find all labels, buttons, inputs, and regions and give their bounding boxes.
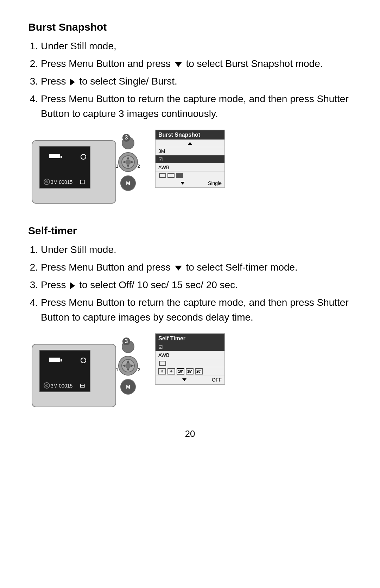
st-battery-nub <box>61 359 62 361</box>
selftimer-camera-illus: ⊗ 3M 00015 🎞 3 <box>28 333 141 414</box>
arrow-right-icon <box>70 79 75 86</box>
st-step-3: Press to select Off/ 10 sec/ 15 sec/ 20 … <box>41 278 352 292</box>
st-nav-button <box>118 356 138 376</box>
timer-icons: ⊗ ⊗ 10' 15' 20' <box>158 368 203 375</box>
st-menu-down-arrow <box>182 378 186 381</box>
st-camera-film-icon: 🎞 <box>80 383 85 389</box>
st-m-button: M <box>120 379 136 395</box>
burst-snapshot-section: Burst Snapshot Under Still mode, Press M… <box>28 21 352 211</box>
st-camera-mode-icon <box>81 358 86 363</box>
selftimer-camera-diagram: ⊗ 3M 00015 🎞 3 <box>28 333 141 414</box>
st-btn-label-2: 2 <box>138 367 140 372</box>
st-menu-row-check: ☑ <box>156 343 224 351</box>
st-menu-row-timers: ⊗ ⊗ 10' 15' 20' <box>156 367 224 376</box>
st-battery-icon <box>49 358 62 362</box>
burst-menu-row-rects <box>156 172 224 179</box>
st-camera-x-icon: ⊗ <box>44 382 50 389</box>
burst-snapshot-title: Burst Snapshot <box>28 21 352 33</box>
battery-nub <box>61 156 62 158</box>
st-arrow-down-icon <box>175 266 182 271</box>
st-rect1 <box>159 361 166 366</box>
timer-off-box: ⊗ <box>158 368 166 375</box>
st-menu-row-off: OFF <box>156 376 224 384</box>
menu-down-arrow <box>180 182 185 185</box>
st-step-1: Under Still mode. <box>41 242 352 257</box>
step-4: Press Menu Button to return the capture … <box>41 92 352 121</box>
burst-camera-illus: ⊗ 3M 00015 🎞 3 <box>28 130 141 211</box>
st-menu-row-rect <box>156 359 224 367</box>
st-camera-counter: 3M 00015 <box>51 383 72 389</box>
svg-point-5 <box>125 159 131 165</box>
selftimer-menu-panel: Self Timer ☑ AWB ⊗ ⊗ 10' 15' 20' <box>155 333 225 385</box>
st-camera-buttons: 3 1 2 M <box>114 340 141 407</box>
self-timer-title: Self-timer <box>28 225 352 237</box>
battery-body <box>49 154 60 158</box>
st-arrow-right-icon <box>70 282 75 289</box>
camera-x-icon: ⊗ <box>44 179 50 185</box>
camera-mode-icon <box>81 154 86 160</box>
camera-counter: 3M 00015 <box>51 179 72 185</box>
burst-menu-row-check: ☑ <box>156 155 224 163</box>
selftimer-illustration-row: ⊗ 3M 00015 🎞 3 <box>28 333 352 414</box>
st-step-2: Press Menu Button and press to select Se… <box>41 260 352 275</box>
step-3: Press to select Single/ Burst. <box>41 74 352 89</box>
st-btn-label-1: 1 <box>116 367 118 372</box>
burst-menu-panel: Burst Snapshot 3M ☑ AWB Single <box>155 130 225 188</box>
btn-label-1: 1 <box>116 163 118 169</box>
burst-menu-row-awb: AWB <box>156 163 224 172</box>
number-3-badge: 3 <box>122 134 130 142</box>
st-number-3-badge: 3 <box>122 338 130 345</box>
shutter-button: 3 <box>122 137 134 149</box>
step-2: Press Menu Button and press to select Bu… <box>41 56 352 71</box>
st-battery-body <box>49 358 60 362</box>
burst-snapshot-steps: Under Still mode, Press Menu Button and … <box>41 39 352 121</box>
burst-camera-diagram: ⊗ 3M 00015 🎞 3 <box>28 130 141 211</box>
timer-15-box: 15' <box>186 368 194 375</box>
camera-buttons: 3 1 2 M <box>114 137 141 204</box>
self-timer-section: Self-timer Under Still mode. Press Menu … <box>28 225 352 414</box>
timer-20-box: 20' <box>195 368 203 375</box>
arrow-down-icon <box>175 62 182 67</box>
selftimer-menu-header: Self Timer <box>156 334 224 343</box>
camera-body: ⊗ 3M 00015 🎞 <box>32 140 116 204</box>
self-timer-steps: Under Still mode. Press Menu Button and … <box>41 242 352 325</box>
nav-button <box>118 152 138 172</box>
camera-screen: ⊗ 3M 00015 🎞 <box>39 146 90 188</box>
svg-point-11 <box>125 363 131 369</box>
step-1: Under Still mode, <box>41 39 352 54</box>
camera-film-icon: 🎞 <box>80 179 85 185</box>
burst-menu-header: Burst Snapshot <box>156 130 224 140</box>
st-step-4: Press Menu Button to return the capture … <box>41 295 352 325</box>
burst-menu-row-3m: 3M <box>156 147 224 155</box>
rect2 <box>167 173 175 178</box>
st-shutter-button: 3 <box>122 340 134 353</box>
btn-label-2: 2 <box>138 163 140 169</box>
battery-icon <box>49 154 62 158</box>
rect3-filled <box>176 173 183 178</box>
timer-10-box: 10' <box>177 368 184 375</box>
menu-up-arrow <box>188 142 192 145</box>
page-number: 20 <box>28 428 352 439</box>
st-camera-screen: ⊗ 3M 00015 🎞 <box>39 350 90 392</box>
m-button: M <box>120 175 136 191</box>
timer-x-box: ⊗ <box>167 368 175 375</box>
st-menu-row-awb: AWB <box>156 351 224 359</box>
st-camera-body: ⊗ 3M 00015 🎞 <box>32 344 116 407</box>
burst-illustration-row: ⊗ 3M 00015 🎞 3 <box>28 130 352 211</box>
rect1 <box>159 173 166 178</box>
burst-menu-row-up <box>156 140 224 147</box>
burst-menu-row-single: Single <box>156 179 224 187</box>
